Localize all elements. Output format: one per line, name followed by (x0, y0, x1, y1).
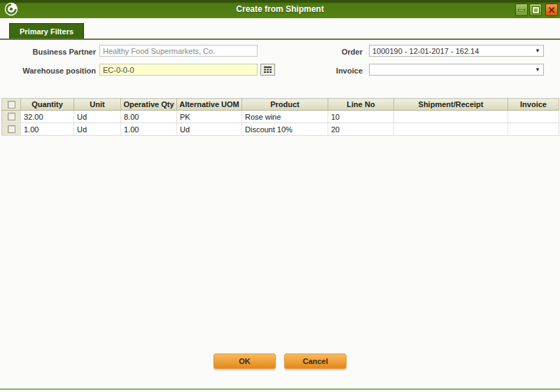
warehouse-selector-grid-icon (263, 66, 272, 74)
cell-unit: Ud (74, 123, 121, 136)
row-selector-cell (2, 111, 21, 123)
order-select[interactable]: 1000190 - 12-01-2017 - 162.14 ▼ (369, 45, 544, 57)
cell-quantity: 32.00 (21, 111, 74, 123)
tab-label: Primary Filters (20, 27, 74, 36)
dialog-title: Create from Shipment (0, 4, 560, 14)
warehouse-position-field[interactable]: EC-0-0-0 (99, 64, 258, 76)
maximize-button[interactable] (529, 4, 542, 16)
shipment-lines-table: Quantity Unit Operative Qty Alternative … (1, 98, 559, 136)
chevron-down-icon: ▼ (535, 48, 540, 54)
column-header-alternative-uom[interactable]: Alternative UOM (177, 99, 242, 111)
maximize-icon (533, 7, 539, 13)
cell-shipment-receipt (394, 111, 508, 123)
cell-operative-qty: 8.00 (121, 111, 177, 123)
warehouse-position-label: Warehouse position (0, 66, 96, 75)
cell-unit: Ud (74, 111, 121, 123)
cancel-button[interactable]: Cancel (284, 354, 346, 369)
minimize-button[interactable] (515, 4, 528, 16)
row-selector-cell (2, 123, 21, 136)
close-icon: ✕ (548, 6, 556, 15)
table-row[interactable]: 1.00 Ud 1.00 Ud Discount 10% 20 (2, 123, 559, 136)
column-header-shipment-receipt[interactable]: Shipment/Receipt (394, 99, 508, 111)
cell-alternative-uom: PK (177, 111, 242, 123)
close-button[interactable]: ✕ (545, 4, 558, 16)
row-checkbox[interactable] (8, 125, 15, 133)
minimize-icon (518, 9, 525, 11)
order-select-value: 1000190 - 12-01-2017 - 162.14 (372, 47, 532, 55)
cell-invoice (508, 111, 559, 123)
invoice-select[interactable]: ▼ (369, 64, 544, 76)
cell-line-no: 20 (328, 123, 394, 136)
order-label: Order (280, 48, 363, 56)
dialog-titlebar: Create from Shipment ✕ (0, 0, 560, 18)
business-partner-field[interactable]: Healthy Food Supermarkets, Co. (99, 45, 258, 57)
column-header-line-no[interactable]: Line No (328, 99, 394, 111)
tab-primary-filters[interactable]: Primary Filters (9, 23, 84, 39)
column-header-invoice[interactable]: Invoice (508, 99, 559, 111)
cell-quantity: 1.00 (21, 123, 74, 136)
row-checkbox[interactable] (8, 113, 15, 120)
cell-operative-qty: 1.00 (121, 123, 177, 136)
cell-product: Discount 10% (242, 123, 328, 136)
column-header-quantity[interactable]: Quantity (21, 99, 74, 111)
cell-invoice (508, 123, 559, 136)
column-header-unit[interactable]: Unit (74, 99, 121, 111)
tab-divider (0, 38, 560, 40)
business-partner-label: Business Partner (0, 48, 96, 56)
table-header-row: Quantity Unit Operative Qty Alternative … (2, 99, 559, 111)
select-all-checkbox[interactable] (8, 101, 15, 108)
cell-shipment-receipt (394, 123, 508, 136)
select-all-header-cell (2, 99, 21, 111)
chevron-down-icon: ▼ (535, 66, 540, 73)
cell-alternative-uom: Ud (177, 123, 242, 136)
invoice-label: Invoice (280, 66, 363, 75)
ok-button[interactable]: OK (214, 354, 276, 369)
column-header-operative-qty[interactable]: Operative Qty (121, 99, 177, 111)
table-row[interactable]: 32.00 Ud 8.00 PK Rose wine 10 (2, 111, 559, 123)
column-header-product[interactable]: Product (242, 99, 328, 111)
cell-line-no: 10 (328, 111, 394, 123)
warehouse-selector-button[interactable] (260, 64, 275, 76)
dialog-bottom-border (0, 388, 560, 390)
cell-product: Rose wine (242, 111, 328, 123)
